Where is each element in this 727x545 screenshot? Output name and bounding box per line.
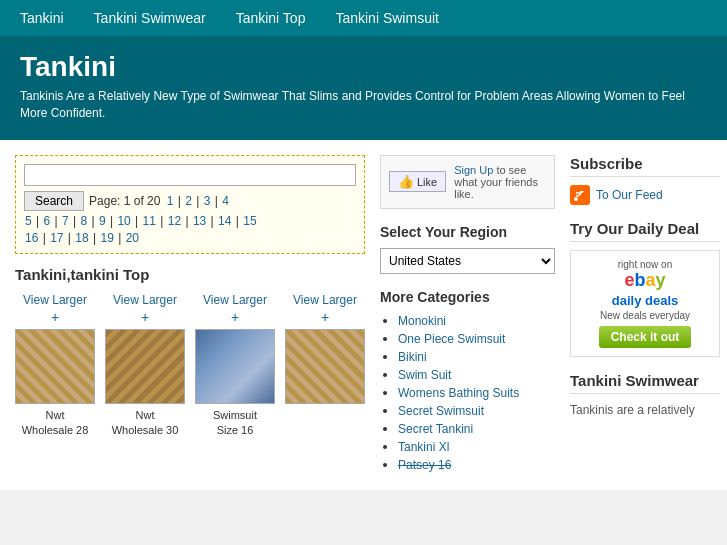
like-button[interactable]: 👍 Like: [389, 171, 446, 192]
tankini-swimwear-desc: Tankinis are a relatively: [570, 402, 720, 419]
main-container: (tankini,tankini top) Search Page: 1 of …: [0, 140, 727, 490]
product-item-4: View Larger +: [285, 293, 365, 439]
page-11[interactable]: 11: [143, 214, 156, 228]
plus-icon-3: +: [231, 309, 239, 325]
category-bathing-suits[interactable]: Womens Bathing Suits: [398, 386, 519, 400]
page-4[interactable]: 4: [222, 194, 229, 208]
search-controls: Search Page: 1 of 20 1 | 2 | 3 | 4: [24, 191, 356, 211]
product-link-1[interactable]: View Larger: [15, 293, 95, 307]
facebook-signup-link[interactable]: Sign Up: [454, 164, 493, 176]
page-8[interactable]: 8: [80, 214, 87, 228]
left-column: (tankini,tankini top) Search Page: 1 of …: [15, 155, 365, 475]
product-link-4[interactable]: View Larger: [285, 293, 365, 307]
nav-tankini-top[interactable]: Tankini Top: [236, 10, 306, 26]
page-links-row3: 16 | 17 | 18 | 19 | 20: [24, 231, 356, 245]
region-select[interactable]: United States Canada United Kingdom Aust…: [380, 248, 555, 274]
list-item: Bikini: [398, 349, 555, 364]
nav-tankini[interactable]: Tankini: [20, 10, 64, 26]
product-image-2: [105, 329, 185, 404]
page-16[interactable]: 16: [25, 231, 38, 245]
header-banner: Tankini Tankinis Are a Relatively New Ty…: [0, 36, 727, 140]
tankini-swimwear-section: Tankini Swimwear Tankinis are a relative…: [570, 372, 720, 419]
page-9[interactable]: 9: [99, 214, 106, 228]
page-15[interactable]: 15: [243, 214, 256, 228]
page-17[interactable]: 17: [50, 231, 63, 245]
product-caption-2: Nwt Wholesale 30: [105, 408, 185, 439]
categories-list: Monokini One Piece Swimsuit Bikini Swim …: [380, 313, 555, 472]
category-secret-tankini[interactable]: Secret Tankini: [398, 422, 473, 436]
middle-column: 👍 Like Sign Up to see what your friends …: [380, 155, 555, 475]
category-swim-suit[interactable]: Swim Suit: [398, 368, 451, 382]
top-nav: Tankini Tankini Swimwear Tankini Top Tan…: [0, 0, 727, 36]
product-grid: View Larger + Nwt Wholesale 28 View Larg…: [15, 293, 365, 439]
search-button[interactable]: Search: [24, 191, 84, 211]
category-patsey[interactable]: Patsey 16: [398, 458, 451, 472]
facebook-like-box: 👍 Like Sign Up to see what your friends …: [380, 155, 555, 209]
page-10[interactable]: 10: [117, 214, 130, 228]
rss-feed-link[interactable]: To Our Feed: [570, 185, 720, 205]
categories-title: More Categories: [380, 289, 555, 305]
page-title: Tankini: [20, 51, 707, 83]
category-secret-swimsuit[interactable]: Secret Swimsuit: [398, 404, 484, 418]
page-20[interactable]: 20: [126, 231, 139, 245]
product-image-4: [285, 329, 365, 404]
product-link-2[interactable]: View Larger: [105, 293, 185, 307]
right-column: Subscribe To Our Feed Try Our Daily Deal…: [570, 155, 720, 475]
page-3[interactable]: 3: [204, 194, 211, 208]
ebay-logo: ebay: [579, 270, 711, 291]
product-link-3[interactable]: View Larger: [195, 293, 275, 307]
page-13[interactable]: 13: [193, 214, 206, 228]
subscribe-box: Subscribe To Our Feed: [570, 155, 720, 205]
page-19[interactable]: 19: [100, 231, 113, 245]
product-caption-1: Nwt Wholesale 28: [15, 408, 95, 439]
list-item: One Piece Swimsuit: [398, 331, 555, 346]
page-2[interactable]: 2: [185, 194, 192, 208]
plus-icon-2: +: [141, 309, 149, 325]
page-7[interactable]: 7: [62, 214, 69, 228]
page-6[interactable]: 6: [43, 214, 50, 228]
facebook-text: Sign Up to see what your friends like.: [454, 164, 546, 200]
list-item: Patsey 16: [398, 457, 555, 472]
product-item-1: View Larger + Nwt Wholesale 28: [15, 293, 95, 439]
ebay-letter-b: b: [634, 270, 645, 290]
nav-tankini-swimwear[interactable]: Tankini Swimwear: [94, 10, 206, 26]
deals-text: daily deals: [579, 293, 711, 308]
page-12[interactable]: 12: [168, 214, 181, 228]
region-selector: Select Your Region United States Canada …: [380, 224, 555, 274]
header-description: Tankinis Are a Relatively New Type of Sw…: [20, 88, 707, 122]
page-18[interactable]: 18: [75, 231, 88, 245]
search-box: (tankini,tankini top) Search Page: 1 of …: [15, 155, 365, 254]
right-now-text: right now on: [579, 259, 711, 270]
list-item: Secret Swimsuit: [398, 403, 555, 418]
nav-tankini-swimsuit[interactable]: Tankini Swimsuit: [335, 10, 438, 26]
page-links-row2: 5 | 6 | 7 | 8 | 9 | 10 | 11 | 12 | 13 | …: [24, 214, 356, 228]
search-input[interactable]: (tankini,tankini top): [24, 164, 356, 186]
list-item: Tankini Xl: [398, 439, 555, 454]
rss-icon: [570, 185, 590, 205]
subscribe-title: Subscribe: [570, 155, 720, 177]
daily-deal: Try Our Daily Deal right now on ebay dai…: [570, 220, 720, 357]
product-image-3: [195, 329, 275, 404]
category-monokini[interactable]: Monokini: [398, 314, 446, 328]
product-section-title: Tankini,tankini Top: [15, 266, 365, 283]
category-tankini-xl[interactable]: Tankini Xl: [398, 440, 449, 454]
page-5[interactable]: 5: [25, 214, 32, 228]
feed-label: To Our Feed: [596, 188, 663, 202]
daily-deal-title: Try Our Daily Deal: [570, 220, 720, 242]
ebay-deals-box: right now on ebay daily deals New deals …: [570, 250, 720, 357]
page-count: Page: 1 of 20: [89, 194, 160, 208]
list-item: Womens Bathing Suits: [398, 385, 555, 400]
check-it-button[interactable]: Check it out: [599, 326, 692, 348]
page-14[interactable]: 14: [218, 214, 231, 228]
ebay-letter-e: e: [624, 270, 634, 290]
list-item: Monokini: [398, 313, 555, 328]
category-bikini[interactable]: Bikini: [398, 350, 427, 364]
category-one-piece[interactable]: One Piece Swimsuit: [398, 332, 505, 346]
product-item-2: View Larger + Nwt Wholesale 30: [105, 293, 185, 439]
plus-icon-1: +: [51, 309, 59, 325]
svg-point-0: [574, 197, 578, 201]
product-image-1: [15, 329, 95, 404]
list-item: Secret Tankini: [398, 421, 555, 436]
plus-icon-4: +: [321, 309, 329, 325]
page-1[interactable]: 1: [167, 194, 174, 208]
